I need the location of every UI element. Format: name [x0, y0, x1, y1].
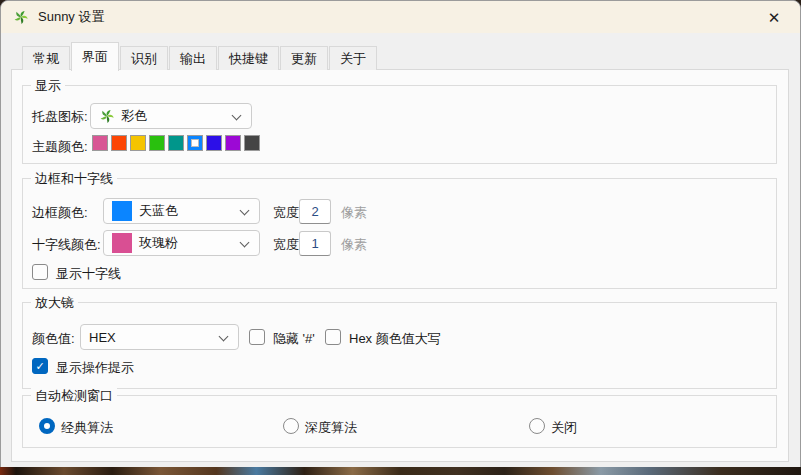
color-format-select[interactable]: HEX	[80, 324, 239, 350]
settings-window: Sunny 设置 ✕ 常规 界面 识别 输出 快捷键 更新 关于 显示 托盘图标…	[0, 0, 801, 468]
group-display-title: 显示	[31, 77, 65, 95]
theme-swatch-gray[interactable]	[244, 135, 260, 151]
show-crosshair-label[interactable]: 显示十字线	[56, 265, 121, 283]
group-border-title: 边框和十字线	[31, 170, 117, 188]
theme-swatch-indigo[interactable]	[206, 135, 222, 151]
tab-about[interactable]: 关于	[329, 46, 377, 70]
show-tips-checkbox[interactable]: ✓	[32, 358, 48, 374]
tray-color-icon	[99, 108, 115, 124]
cross-color-swatch	[112, 233, 132, 253]
theme-swatch-green[interactable]	[149, 135, 165, 151]
tab-recognition[interactable]: 识别	[120, 46, 168, 70]
theme-color-label: 主题颜色:	[32, 138, 88, 156]
group-display: 显示 托盘图标: 彩色 主题颜色:	[22, 85, 777, 164]
radio-off-label[interactable]: 关闭	[551, 419, 577, 437]
chevron-down-icon	[240, 238, 250, 248]
cross-width-unit: 像素	[341, 236, 367, 254]
theme-swatch-yellow[interactable]	[130, 135, 146, 151]
desktop-background-strip	[0, 467, 801, 475]
cross-color-value: 玫瑰粉	[139, 234, 178, 252]
hide-hash-checkbox[interactable]	[249, 329, 265, 345]
tab-bar: 常规 界面 识别 输出 快捷键 更新 关于	[22, 42, 378, 70]
theme-swatch-teal[interactable]	[168, 135, 184, 151]
tray-icon-select[interactable]: 彩色	[90, 103, 252, 129]
color-format-label: 颜色值:	[32, 330, 75, 348]
radio-classic-label[interactable]: 经典算法	[61, 419, 113, 437]
border-color-swatch	[112, 201, 132, 221]
border-width-unit: 像素	[341, 204, 367, 222]
group-auto-detect-title: 自动检测窗口	[31, 387, 117, 405]
color-format-value: HEX	[89, 330, 116, 345]
hex-uppercase-label[interactable]: Hex 颜色值大写	[349, 330, 441, 348]
show-crosshair-checkbox[interactable]	[32, 264, 48, 280]
tab-interface[interactable]: 界面	[71, 42, 119, 71]
tab-update[interactable]: 更新	[280, 46, 328, 70]
app-logo-icon	[13, 9, 29, 25]
theme-swatch-orange[interactable]	[111, 135, 127, 151]
title-bar[interactable]: Sunny 设置 ✕	[1, 1, 800, 33]
show-tips-label[interactable]: 显示操作提示	[56, 359, 134, 377]
window-title: Sunny 设置	[38, 8, 104, 26]
group-magnifier: 放大镜 颜色值: HEX 隐藏 '#' Hex 颜色值大写 ✓ 显示操作提示	[22, 302, 777, 389]
group-auto-detect: 自动检测窗口 经典算法 深度算法 关闭	[22, 395, 777, 448]
radio-off[interactable]	[529, 418, 545, 434]
border-width-input[interactable]: 2	[299, 199, 331, 224]
theme-swatch-blue-selected[interactable]	[187, 135, 203, 151]
tray-icon-label: 托盘图标:	[32, 108, 88, 126]
hide-hash-label[interactable]: 隐藏 '#'	[273, 330, 315, 348]
group-border-crosshair: 边框和十字线 边框颜色: 天蓝色 宽度: 2 像素 十字线颜色: 玫瑰粉 宽度:…	[22, 178, 777, 289]
theme-swatch-pink[interactable]	[92, 135, 108, 151]
radio-classic-algorithm[interactable]	[39, 418, 55, 434]
tab-hotkeys[interactable]: 快捷键	[218, 46, 279, 70]
cross-color-label: 十字线颜色:	[32, 236, 101, 254]
border-color-value: 天蓝色	[139, 202, 178, 220]
cross-color-select[interactable]: 玫瑰粉	[103, 230, 260, 256]
chevron-down-icon	[240, 206, 250, 216]
chevron-down-icon	[232, 111, 242, 121]
group-magnifier-title: 放大镜	[31, 294, 78, 312]
hex-uppercase-checkbox[interactable]	[325, 329, 341, 345]
tray-icon-value: 彩色	[121, 107, 147, 125]
cross-width-input[interactable]: 1	[299, 231, 331, 256]
radio-deep-label[interactable]: 深度算法	[305, 419, 357, 437]
theme-color-swatches	[92, 135, 263, 151]
theme-swatch-purple[interactable]	[225, 135, 241, 151]
tab-output[interactable]: 输出	[169, 46, 217, 70]
radio-deep-algorithm[interactable]	[283, 418, 299, 434]
border-color-label: 边框颜色:	[32, 204, 88, 222]
chevron-down-icon	[219, 332, 229, 342]
border-color-select[interactable]: 天蓝色	[103, 198, 260, 224]
tab-general[interactable]: 常规	[22, 46, 70, 70]
close-icon[interactable]: ✕	[764, 8, 784, 28]
